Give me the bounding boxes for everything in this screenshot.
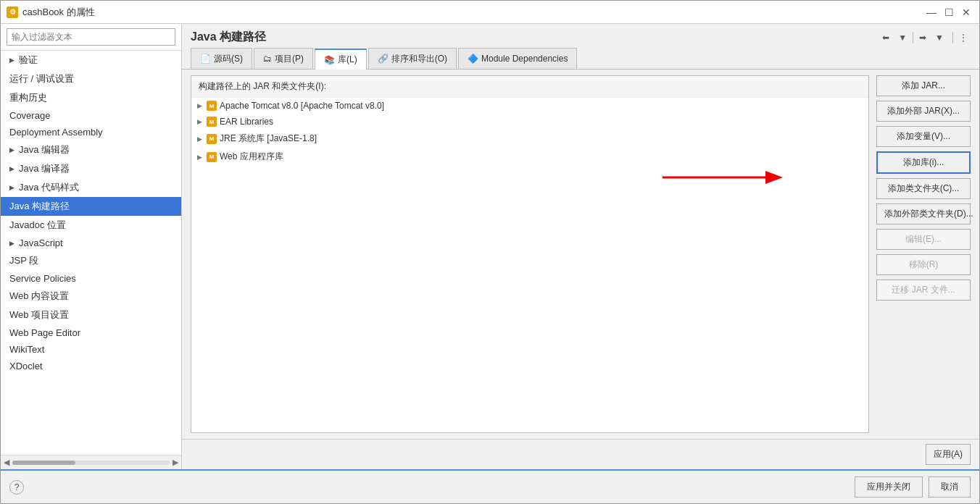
tabs-bar: 📄源码(S)🗂项目(P)📚库(L)🔗排序和导出(O)🔷Module Depend…: [182, 48, 979, 70]
sidebar-item-deployment-assembly[interactable]: Deployment Assembly: [1, 124, 181, 140]
tab-label-order-export: 排序和导出(O): [391, 53, 447, 65]
list-item-icon: M: [207, 101, 217, 111]
scroll-right-icon[interactable]: ▶: [173, 458, 178, 467]
add-external-class-folder-button[interactable]: 添加外部类文件夹(D)...: [876, 203, 971, 224]
bottom-bar: 应用(A): [182, 439, 979, 469]
panel-body: 构建路径上的 JAR 和类文件夹(I): ▶MApache Tomcat v8.…: [182, 70, 979, 439]
list-item-label: Web 应用程序库: [220, 151, 283, 163]
panel-header: Java 构建路径 ⬅ ▼ ➡ ▼ ⋮: [182, 24, 979, 48]
list-item-arrow: ▶: [197, 102, 202, 109]
scroll-left-icon[interactable]: ◀: [4, 458, 9, 467]
tab-order-export[interactable]: 🔗排序和导出(O): [368, 48, 457, 69]
list-item[interactable]: ▶MEAR Libraries: [191, 114, 868, 130]
add-variable-button[interactable]: 添加变量(V)...: [876, 126, 971, 147]
tab-libraries[interactable]: 📚库(L): [315, 49, 367, 70]
sidebar-item-xdoclet[interactable]: XDoclet: [1, 358, 181, 374]
apply-close-button[interactable]: 应用并关闭: [855, 476, 923, 497]
tab-icon-module-deps: 🔷: [468, 54, 478, 64]
dialog-bottom: ? 应用并关闭 取消: [1, 469, 979, 503]
remove-button: 移除(R): [876, 254, 971, 275]
migrate-jar-button: 迁移 JAR 文件...: [876, 280, 971, 301]
sidebar-item-web-page-editor[interactable]: Web Page Editor: [1, 324, 181, 341]
tab-label-libraries: 库(L): [338, 54, 357, 66]
list-item[interactable]: ▶MJRE 系统库 [JavaSE-1.8]: [191, 130, 868, 148]
sidebar-item-web-content-settings[interactable]: Web 内容设置: [1, 287, 181, 306]
list-item-arrow: ▶: [197, 118, 202, 125]
filter-wrapper: [1, 24, 181, 51]
sidebar-item-run-debug[interactable]: 运行 / 调试设置: [1, 70, 181, 88]
sidebar-item-web-project-settings[interactable]: Web 项目设置: [1, 306, 181, 324]
scrollbar-track[interactable]: [12, 461, 170, 465]
sidebar-item-javascript[interactable]: JavaScript: [1, 235, 181, 251]
tab-module-deps[interactable]: 🔷Module Dependencies: [458, 48, 577, 69]
list-item-arrow: ▶: [197, 135, 202, 143]
list-item-icon: M: [207, 134, 217, 144]
list-body: ▶MApache Tomcat v8.0 [Apache Tomcat v8.0…: [191, 98, 868, 432]
list-item-icon: M: [207, 117, 217, 127]
tab-icon-source: 📄: [200, 54, 211, 64]
list-item-label: EAR Libraries: [220, 117, 273, 127]
tab-source[interactable]: 📄源码(S): [191, 48, 252, 69]
list-item[interactable]: ▶MApache Tomcat v8.0 [Apache Tomcat v8.0…: [191, 98, 868, 114]
add-external-jar-button[interactable]: 添加外部 JAR(X)...: [876, 101, 971, 122]
nav-forward-icon[interactable]: ➡: [916, 31, 929, 44]
sidebar-item-java-code-style[interactable]: Java 代码样式: [1, 178, 181, 197]
add-class-folder-button[interactable]: 添加类文件夹(C)...: [876, 178, 971, 199]
scrollbar-thumb: [12, 461, 75, 465]
list-item[interactable]: ▶MWeb 应用程序库: [191, 148, 868, 166]
sidebar-item-refactor-history[interactable]: 重构历史: [1, 88, 181, 107]
app-icon: ⚙: [7, 7, 18, 18]
properties-window: ⚙ cashBook 的属性 — ☐ ✕ 验证运行 / 调试设置重构历史Cove…: [0, 0, 980, 504]
sidebar-tree: 验证运行 / 调试设置重构历史CoverageDeployment Assemb…: [1, 51, 181, 455]
help-icon[interactable]: ?: [9, 480, 24, 495]
sidebar-item-java-build-path[interactable]: Java 构建路径: [1, 197, 181, 216]
sidebar-item-java-compiler[interactable]: Java 编译器: [1, 159, 181, 178]
close-button[interactable]: ✕: [959, 5, 973, 20]
nav-back-dropdown-icon[interactable]: ▼: [895, 31, 910, 44]
tab-label-module-deps: Module Dependencies: [481, 54, 568, 64]
tab-icon-libraries: 📚: [324, 55, 335, 65]
add-library-button[interactable]: 添加库(i)...: [876, 151, 971, 174]
window-controls: — ☐ ✕: [924, 5, 973, 20]
nav-back-icon[interactable]: ⬅: [879, 31, 892, 44]
minimize-button[interactable]: —: [924, 5, 939, 20]
edit-button: 编辑(E)...: [876, 229, 971, 250]
dialog-bottom-right: 应用并关闭 取消: [855, 476, 971, 497]
sidebar-item-service-policies[interactable]: Service Policies: [1, 270, 181, 287]
add-jar-button[interactable]: 添加 JAR...: [876, 75, 971, 96]
window-title: cashBook 的属性: [22, 6, 95, 19]
sidebar-item-wikitext[interactable]: WikiText: [1, 341, 181, 358]
panel-title: Java 构建路径: [191, 30, 266, 45]
nav-menu-icon[interactable]: ⋮: [956, 31, 971, 44]
cancel-button[interactable]: 取消: [929, 476, 971, 497]
tab-icon-projects: 🗂: [263, 54, 272, 64]
list-container: 构建路径上的 JAR 和类文件夹(I): ▶MApache Tomcat v8.…: [191, 75, 869, 433]
list-header: 构建路径上的 JAR 和类文件夹(I):: [191, 76, 868, 98]
list-item-label: JRE 系统库 [JavaSE-1.8]: [220, 133, 317, 145]
right-panel: Java 构建路径 ⬅ ▼ ➡ ▼ ⋮ 📄源码(S)🗂项目(P)📚库(L)🔗排序…: [182, 24, 979, 469]
main-content: 验证运行 / 调试设置重构历史CoverageDeployment Assemb…: [1, 24, 979, 469]
list-item-label: Apache Tomcat v8.0 [Apache Tomcat v8.0]: [220, 101, 384, 111]
sidebar-item-javadoc-location[interactable]: Javadoc 位置: [1, 216, 181, 235]
sidebar-item-jsp-segment[interactable]: JSP 段: [1, 251, 181, 270]
filter-input[interactable]: [7, 28, 175, 46]
sidebar: 验证运行 / 调试设置重构历史CoverageDeployment Assemb…: [1, 24, 182, 469]
tab-label-projects: 项目(P): [275, 53, 304, 65]
tab-icon-order-export: 🔗: [378, 54, 389, 64]
maximize-button[interactable]: ☐: [942, 5, 956, 20]
tab-label-source: 源码(S): [214, 53, 243, 65]
tab-projects[interactable]: 🗂项目(P): [254, 48, 313, 69]
list-item-arrow: ▶: [197, 154, 202, 161]
title-bar: ⚙ cashBook 的属性 — ☐ ✕: [1, 1, 979, 24]
apply-button[interactable]: 应用(A): [926, 444, 971, 465]
sidebar-item-yanzheng[interactable]: 验证: [1, 51, 181, 70]
list-section: 构建路径上的 JAR 和类文件夹(I): ▶MApache Tomcat v8.…: [191, 75, 869, 433]
sidebar-item-coverage[interactable]: Coverage: [1, 107, 181, 124]
buttons-panel: 添加 JAR...添加外部 JAR(X)...添加变量(V)...添加库(i).…: [876, 75, 971, 433]
nav-forward-dropdown-icon[interactable]: ▼: [932, 31, 947, 44]
list-item-icon: M: [207, 152, 217, 162]
sidebar-scrollbar[interactable]: ◀ ▶: [1, 455, 181, 469]
nav-arrows: ⬅ ▼ ➡ ▼ ⋮: [879, 31, 971, 44]
sidebar-item-java-editor[interactable]: Java 编辑器: [1, 140, 181, 159]
